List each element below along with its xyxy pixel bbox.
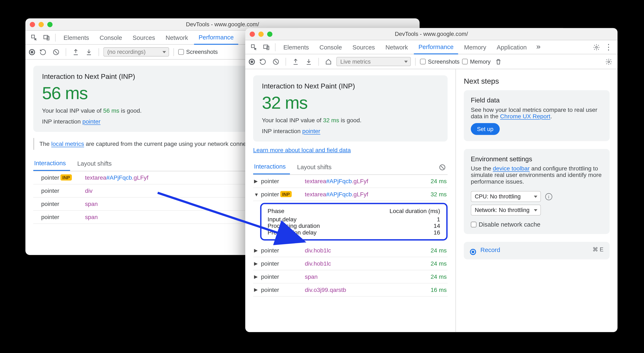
phase-breakdown: PhaseLocal duration (ms)Input delay1Proc… xyxy=(260,203,448,241)
record-icon[interactable] xyxy=(29,49,35,55)
subtab-interactions[interactable]: Interactions xyxy=(253,160,290,174)
interaction-target: textarea#APjFqcb.gLFyf xyxy=(305,178,420,185)
interaction-duration: 24 ms xyxy=(420,178,447,185)
disclosure-icon: ▶ xyxy=(254,248,261,253)
performance-toolbar: Live metrics Screenshots Memory xyxy=(245,54,618,69)
tab-application[interactable]: Application xyxy=(492,40,531,54)
interaction-row[interactable]: ▶pointerdiv.hob1lc24 ms xyxy=(253,244,448,257)
download-icon[interactable] xyxy=(84,47,94,57)
disable-cache-checkbox[interactable]: Disable network cache xyxy=(471,221,603,228)
disclosure-icon: ▼ xyxy=(254,192,261,197)
upload-icon[interactable] xyxy=(70,47,81,57)
local-metrics-link[interactable]: local metrics xyxy=(51,141,84,147)
interaction-target: div.hob1lc xyxy=(305,260,420,267)
device-toolbar-link[interactable]: device toolbar xyxy=(493,165,530,172)
settings-gear-icon[interactable] xyxy=(604,56,614,67)
inspect-icon[interactable] xyxy=(29,32,40,43)
device-toolbar-icon[interactable] xyxy=(261,42,272,52)
inp-interaction-link[interactable]: pointer xyxy=(82,118,100,125)
interaction-target: textarea#APjFqcb.gLFyf xyxy=(305,191,420,198)
tab-elements[interactable]: Elements xyxy=(279,40,314,54)
memory-checkbox[interactable]: Memory xyxy=(462,58,490,65)
tab-memory[interactable]: Memory xyxy=(460,40,490,54)
download-icon[interactable] xyxy=(304,56,314,67)
home-icon[interactable] xyxy=(323,56,334,67)
subtab-layout-shifts[interactable]: Layout shifts xyxy=(296,161,336,174)
interaction-duration: 16 ms xyxy=(420,286,447,293)
interaction-duration: 24 ms xyxy=(420,260,447,267)
tab-console[interactable]: Console xyxy=(95,31,126,45)
disclosure-icon: ▶ xyxy=(254,261,261,266)
interaction-row[interactable]: ▶pointerdiv.o3j99.qarstb16 ms xyxy=(253,283,448,297)
record-icon[interactable] xyxy=(249,58,255,65)
interaction-target: span xyxy=(305,273,420,280)
interaction-row[interactable]: ▶pointerspan24 ms xyxy=(253,270,448,283)
cpu-throttling-select[interactable]: CPU: No throttling xyxy=(471,191,541,202)
environment-settings-card: Environment settings Use the device tool… xyxy=(464,149,610,234)
recordings-dropdown[interactable]: (no recordings) xyxy=(104,47,169,57)
screenshots-checkbox[interactable]: Screenshots xyxy=(178,49,218,55)
interaction-row[interactable]: ▼pointerINPtextarea#APjFqcb.gLFyf32 ms xyxy=(253,188,448,201)
device-toolbar-icon[interactable] xyxy=(41,32,52,43)
inp-card: Interaction to Next Paint (INP) 32 ms Yo… xyxy=(253,75,448,141)
upload-icon[interactable] xyxy=(290,56,301,67)
reload-icon[interactable] xyxy=(38,47,48,57)
tab-sources[interactable]: Sources xyxy=(128,31,160,45)
tab-performance[interactable]: Performance xyxy=(194,31,238,45)
record-shortcut: ⌘ E xyxy=(592,246,604,253)
subtab-layout-shifts[interactable]: Layout shifts xyxy=(76,157,116,170)
inp-interaction-line: INP interaction pointer xyxy=(262,128,439,135)
screenshots-checkbox[interactable]: Screenshots xyxy=(420,58,460,65)
network-throttling-select[interactable]: Network: No throttling xyxy=(471,205,541,216)
inp-value: 32 ms xyxy=(262,93,439,112)
subtab-interactions[interactable]: Interactions xyxy=(33,157,70,171)
interaction-row[interactable]: ▶pointerdiv.hob1lc24 ms xyxy=(253,257,448,270)
interaction-duration: 24 ms xyxy=(420,247,447,254)
clear-icon[interactable] xyxy=(51,47,61,57)
live-metrics-dropdown[interactable]: Live metrics xyxy=(336,57,411,66)
devtools-tabstrip: Elements Console Sources Network Perform… xyxy=(245,40,618,54)
tab-network[interactable]: Network xyxy=(161,31,192,45)
interaction-type: pointerINP xyxy=(41,174,85,181)
subtabs: Interactions Layout shifts xyxy=(253,160,448,175)
crux-link[interactable]: Chrome UX Report xyxy=(500,113,550,120)
record-card[interactable]: Record ⌘ E xyxy=(464,242,610,259)
more-tabs-icon[interactable] xyxy=(533,42,543,52)
trash-icon[interactable] xyxy=(493,56,504,67)
interaction-type: pointer xyxy=(261,247,305,254)
reload-icon[interactable] xyxy=(258,56,268,67)
record-radio-icon xyxy=(470,249,476,255)
tab-sources[interactable]: Sources xyxy=(348,40,379,54)
info-icon[interactable]: i xyxy=(545,193,552,200)
devtools-window-right: DevTools - www.google.com/ Elements Cons… xyxy=(245,28,618,332)
field-data-card: Field data See how your local metrics co… xyxy=(464,90,610,141)
interaction-type: pointer xyxy=(261,260,305,267)
tab-elements[interactable]: Elements xyxy=(59,31,94,45)
inp-heading: Interaction to Next Paint (INP) xyxy=(262,82,439,90)
inp-interaction-link[interactable]: pointer xyxy=(302,128,320,135)
interaction-type: pointer xyxy=(261,178,305,185)
clear-icon[interactable] xyxy=(271,56,281,67)
kebab-menu-icon[interactable]: ⋮ xyxy=(604,42,614,52)
tab-console[interactable]: Console xyxy=(315,40,346,54)
environment-settings-heading: Environment settings xyxy=(471,155,603,163)
learn-more-link[interactable]: Learn more about local and field data xyxy=(253,147,351,153)
interaction-row[interactable]: ▶pointertextarea#APjFqcb.gLFyf24 ms xyxy=(253,175,448,188)
interaction-type: pointer xyxy=(41,214,85,220)
window-title: DevTools - www.google.com/ xyxy=(245,31,618,37)
tab-network[interactable]: Network xyxy=(381,40,412,54)
interaction-type: pointer xyxy=(261,286,305,293)
disclosure-icon: ▶ xyxy=(254,178,261,184)
interaction-type: pointer xyxy=(41,188,85,194)
svg-rect-0 xyxy=(32,35,34,38)
setup-button[interactable]: Set up xyxy=(471,123,500,135)
inp-badge: INP xyxy=(280,191,292,197)
clear-list-icon[interactable] xyxy=(437,162,448,173)
inspect-icon[interactable] xyxy=(249,42,259,52)
tab-performance[interactable]: Performance xyxy=(414,40,458,54)
inp-value-sentence: Your local INP value of 32 ms is good. xyxy=(262,117,439,124)
window-title: DevTools - www.google.com/ xyxy=(26,21,420,28)
settings-gear-icon[interactable] xyxy=(591,42,602,52)
inp-badge: INP xyxy=(60,174,72,180)
next-steps-heading: Next steps xyxy=(464,77,610,86)
